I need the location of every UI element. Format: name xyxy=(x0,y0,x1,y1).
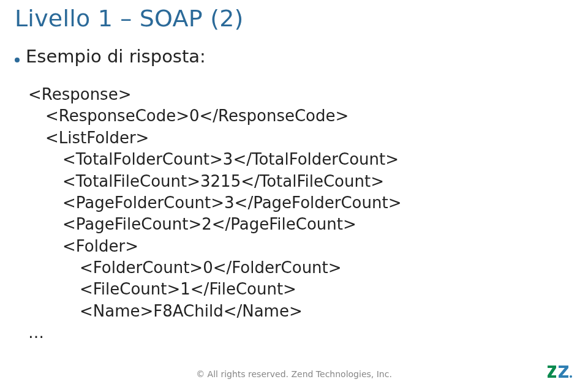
bullet-item: Esempio di risposta: xyxy=(15,45,573,68)
code-line: <FolderCount>0</FolderCount> xyxy=(28,257,573,279)
code-line: <Response> xyxy=(28,84,573,105)
code-line: <TotalFileCount>3215</TotalFileCount> xyxy=(28,171,573,192)
code-line: <PageFolderCount>3</PageFolderCount> xyxy=(28,192,573,214)
svg-point-0 xyxy=(570,375,572,378)
code-line: <Name>F8AChild</Name> xyxy=(28,301,573,322)
slide: Livello 1 – SOAP (2) Esempio di risposta… xyxy=(0,0,588,390)
code-line: <PageFileCount>2</PageFileCount> xyxy=(28,214,573,235)
code-line: <TotalFolderCount>3</TotalFolderCount> xyxy=(28,149,573,170)
bullet-dot-icon xyxy=(15,58,20,62)
code-line: <FileCount>1</FileCount> xyxy=(28,279,573,300)
code-line: <Folder> xyxy=(28,236,573,257)
code-line: <ListFolder> xyxy=(28,127,573,149)
bullet-label: Esempio di risposta: xyxy=(26,45,206,68)
code-line-ellipsis: … xyxy=(28,322,573,343)
code-line: <ResponseCode>0</ResponseCode> xyxy=(28,105,573,127)
code-block: <Response> <ResponseCode>0</ResponseCode… xyxy=(28,84,573,343)
footer-copyright: © All rights reserved. Zend Technologies… xyxy=(0,369,588,379)
zend-logo-icon xyxy=(548,366,575,381)
slide-title: Livello 1 – SOAP (2) xyxy=(15,5,244,32)
slide-body: Esempio di risposta: <Response> <Respons… xyxy=(15,45,573,343)
